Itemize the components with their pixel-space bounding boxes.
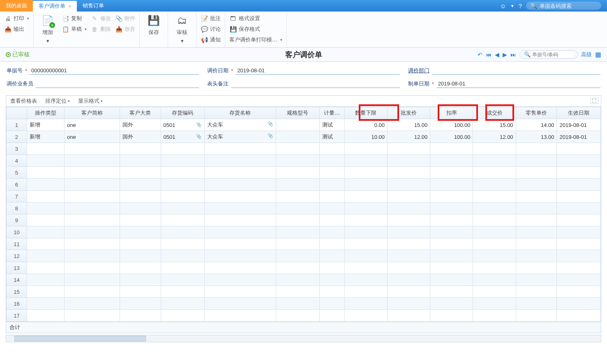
col-customer[interactable]: 客户简称 [65,107,120,119]
next-icon[interactable]: ▶ [503,51,507,58]
col-effective-date[interactable]: 生效日期 [557,107,601,119]
table-row[interactable]: 7 [7,191,601,203]
table-row[interactable]: 3 [7,143,601,155]
op-cell[interactable]: 新增 [27,131,64,143]
bill-no-value[interactable]: 000000000001 [30,67,199,75]
table-row[interactable]: 4 [7,155,601,167]
disc-cell[interactable]: 100.00 [430,131,473,143]
save-format-button[interactable]: 💾保存格式 [229,25,282,34]
cust-cell[interactable]: one [65,131,120,143]
unit-cell[interactable]: 测试 [320,131,345,143]
deal-cell[interactable]: 15.00 [473,119,516,131]
horizontal-scrollbar[interactable] [6,335,601,342]
code-cell[interactable]: 0501📎 [161,131,204,143]
chevron-down-icon[interactable]: ▼ [510,4,515,8]
col-deal[interactable]: 成交价 [473,107,516,119]
col-retail[interactable]: 零售单价 [516,107,557,119]
name-cell[interactable]: 大众车📎 [204,119,276,131]
retail-cell[interactable]: 13.00 [516,131,557,143]
table-row[interactable]: 1 新增 one 国外 0501📎 大众车📎 测试 0.00 15.00 100… [7,119,601,131]
col-op[interactable]: 操作类型 [27,107,64,119]
dept-value[interactable] [432,67,600,75]
advanced-link[interactable]: 高级 [581,51,592,58]
discuss-button[interactable]: 💬讨论 [201,25,221,34]
wp-cell[interactable]: 12.00 [388,131,430,143]
first-icon[interactable]: ⏮ [486,51,492,58]
col-wholesale[interactable]: 批发价 [388,107,430,119]
remark-value[interactable] [231,80,399,88]
spec-cell[interactable] [276,119,319,131]
op-cell[interactable]: 新增 [27,119,64,131]
smiley-icon[interactable]: ☺ [500,2,506,9]
deal-cell[interactable]: 12.00 [473,131,516,143]
prev-icon[interactable]: ◀ [495,51,499,58]
col-unit[interactable]: 计量… [320,107,345,119]
last-icon[interactable]: ⏭ [510,51,516,58]
output-button[interactable]: 📤输出 [4,25,29,34]
table-row[interactable]: 14 [7,274,601,286]
layout-icon[interactable]: ▦ [595,51,601,58]
notify-button[interactable]: 📢通知 [201,35,221,44]
copy-button[interactable]: 📑复制 [62,14,87,23]
view-price-button[interactable]: 查看价格表 [10,97,37,105]
wp-cell[interactable]: 15.00 [388,119,430,131]
retail-cell[interactable]: 14.00 [516,119,557,131]
save-button[interactable]: 💾 保存 [144,14,164,36]
table-row[interactable]: 11 [7,238,601,250]
name-cell[interactable]: 大众车📎 [204,131,276,143]
unit-cell[interactable]: 测试 [320,119,345,131]
table-row[interactable]: 13 [7,262,601,274]
date-cell[interactable]: 2019-08-01 [557,119,601,131]
spec-cell[interactable] [276,131,319,143]
note-button[interactable]: 📝批注 [201,14,221,23]
top-search-input[interactable] [540,3,597,9]
nav-search-input[interactable] [532,52,573,58]
col-qty[interactable]: 数量下限 [344,107,387,119]
col-name[interactable]: 存货名称 [204,107,276,119]
disc-cell[interactable]: 100.00 [430,119,473,131]
table-row[interactable]: 10 [7,226,601,238]
code-cell[interactable]: 0501📎 [161,119,204,131]
make-date-value[interactable]: 2019-08-01 [436,80,600,88]
expand-icon[interactable]: ⛶ [590,98,598,104]
top-search[interactable]: 🔍 [526,2,601,10]
table-row[interactable]: 16 [7,298,601,310]
col-spec[interactable]: 规格型号 [276,107,319,119]
date-cell[interactable]: 2019-08-01 [557,131,601,143]
table-row[interactable]: 12 [7,250,601,262]
col-code[interactable]: 存货编码 [161,107,204,119]
salesman-value[interactable] [36,80,199,88]
table-row[interactable]: 8 [7,203,601,214]
nav-search[interactable]: 🔍 [519,50,578,59]
tab-sales-order[interactable]: 销售订单 [77,0,110,12]
col-discount[interactable]: 扣率 [430,107,473,119]
table-row[interactable]: 17 [7,310,601,322]
col-rownum[interactable] [7,107,27,119]
table-row[interactable]: 9 [7,214,601,226]
qty-cell[interactable]: 10.00 [344,131,387,143]
table-row[interactable]: 6 [7,179,601,191]
print-template-button[interactable]: 客户调价单打印模…▾ [229,35,282,44]
tab-customer-price[interactable]: 客户调价单 × [33,1,77,12]
col-category[interactable]: 客户大类 [120,107,161,119]
cust-cell[interactable]: one [65,119,120,131]
adj-date-value[interactable]: 2019-08-01 [235,67,399,75]
undo-icon[interactable]: ↶ [478,51,482,58]
add-button[interactable]: 📄+ 增加▾ [38,14,58,44]
audit-button[interactable]: 🗂 审核▾ [172,14,192,44]
help-icon[interactable]: ? [519,2,522,9]
qty-cell[interactable]: 0.00 [344,119,387,131]
close-icon[interactable]: × [69,4,71,9]
tab-home[interactable]: 我的桌面 [0,0,33,12]
cat-cell[interactable]: 国外 [120,119,161,131]
scrollbar-thumb[interactable] [14,336,146,341]
print-button[interactable]: 🖨打印▾ [4,14,29,23]
cat-cell[interactable]: 国外 [120,131,161,143]
format-set-button[interactable]: 🗔格式设置 [229,14,282,23]
sort-button[interactable]: 排序定位▾ [45,97,70,105]
display-format-button[interactable]: 显示格式▾ [78,97,103,105]
table-row[interactable]: 2 新增 one 国外 0501📎 大众车📎 测试 10.00 12.00 10… [7,131,601,143]
table-row[interactable]: 15 [7,286,601,298]
table-row[interactable]: 5 [7,167,601,179]
draft-button[interactable]: 📋草稿▾ [62,25,87,34]
